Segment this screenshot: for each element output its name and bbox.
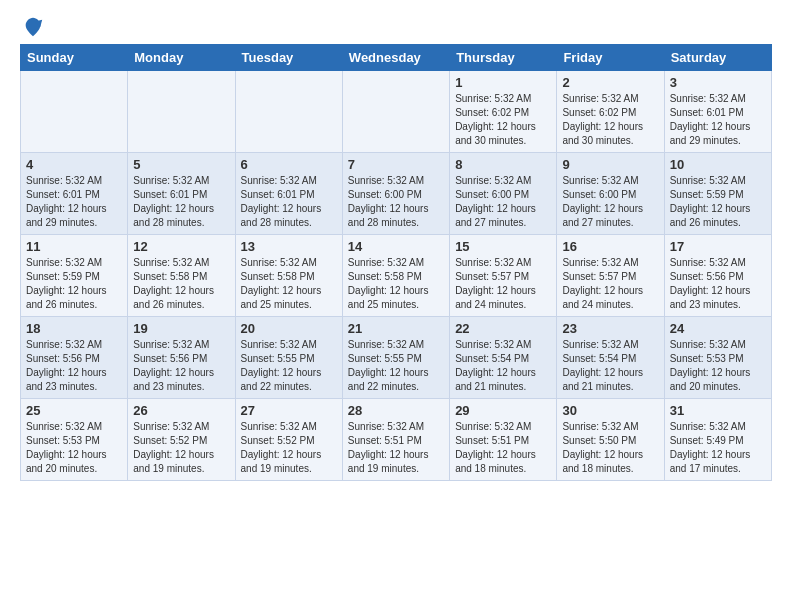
page-header [20, 16, 772, 38]
day-detail: Sunrise: 5:32 AM Sunset: 6:02 PM Dayligh… [562, 92, 658, 148]
day-detail: Sunrise: 5:32 AM Sunset: 5:57 PM Dayligh… [562, 256, 658, 312]
day-number: 28 [348, 403, 444, 418]
day-cell: 31Sunrise: 5:32 AM Sunset: 5:49 PM Dayli… [664, 399, 771, 481]
day-detail: Sunrise: 5:32 AM Sunset: 5:55 PM Dayligh… [241, 338, 337, 394]
day-number: 11 [26, 239, 122, 254]
day-detail: Sunrise: 5:32 AM Sunset: 5:49 PM Dayligh… [670, 420, 766, 476]
day-detail: Sunrise: 5:32 AM Sunset: 5:56 PM Dayligh… [26, 338, 122, 394]
day-detail: Sunrise: 5:32 AM Sunset: 6:00 PM Dayligh… [348, 174, 444, 230]
day-cell [21, 71, 128, 153]
day-cell: 26Sunrise: 5:32 AM Sunset: 5:52 PM Dayli… [128, 399, 235, 481]
day-cell: 24Sunrise: 5:32 AM Sunset: 5:53 PM Dayli… [664, 317, 771, 399]
day-cell: 23Sunrise: 5:32 AM Sunset: 5:54 PM Dayli… [557, 317, 664, 399]
day-detail: Sunrise: 5:32 AM Sunset: 6:01 PM Dayligh… [670, 92, 766, 148]
day-detail: Sunrise: 5:32 AM Sunset: 6:00 PM Dayligh… [455, 174, 551, 230]
day-number: 12 [133, 239, 229, 254]
logo-icon [22, 16, 44, 38]
day-cell: 22Sunrise: 5:32 AM Sunset: 5:54 PM Dayli… [450, 317, 557, 399]
day-detail: Sunrise: 5:32 AM Sunset: 5:58 PM Dayligh… [241, 256, 337, 312]
day-cell: 19Sunrise: 5:32 AM Sunset: 5:56 PM Dayli… [128, 317, 235, 399]
col-header-saturday: Saturday [664, 45, 771, 71]
day-number: 18 [26, 321, 122, 336]
day-number: 8 [455, 157, 551, 172]
day-number: 17 [670, 239, 766, 254]
day-cell: 8Sunrise: 5:32 AM Sunset: 6:00 PM Daylig… [450, 153, 557, 235]
day-number: 20 [241, 321, 337, 336]
day-number: 31 [670, 403, 766, 418]
day-detail: Sunrise: 5:32 AM Sunset: 6:00 PM Dayligh… [562, 174, 658, 230]
day-number: 30 [562, 403, 658, 418]
day-detail: Sunrise: 5:32 AM Sunset: 5:51 PM Dayligh… [455, 420, 551, 476]
day-detail: Sunrise: 5:32 AM Sunset: 5:53 PM Dayligh… [26, 420, 122, 476]
logo [20, 16, 44, 38]
day-cell [128, 71, 235, 153]
col-header-wednesday: Wednesday [342, 45, 449, 71]
day-number: 23 [562, 321, 658, 336]
day-number: 27 [241, 403, 337, 418]
day-detail: Sunrise: 5:32 AM Sunset: 5:50 PM Dayligh… [562, 420, 658, 476]
day-number: 22 [455, 321, 551, 336]
day-detail: Sunrise: 5:32 AM Sunset: 6:01 PM Dayligh… [241, 174, 337, 230]
col-header-sunday: Sunday [21, 45, 128, 71]
day-detail: Sunrise: 5:32 AM Sunset: 6:01 PM Dayligh… [26, 174, 122, 230]
day-cell: 13Sunrise: 5:32 AM Sunset: 5:58 PM Dayli… [235, 235, 342, 317]
day-cell: 29Sunrise: 5:32 AM Sunset: 5:51 PM Dayli… [450, 399, 557, 481]
day-number: 6 [241, 157, 337, 172]
day-detail: Sunrise: 5:32 AM Sunset: 5:57 PM Dayligh… [455, 256, 551, 312]
day-number: 3 [670, 75, 766, 90]
day-cell: 30Sunrise: 5:32 AM Sunset: 5:50 PM Dayli… [557, 399, 664, 481]
day-cell: 14Sunrise: 5:32 AM Sunset: 5:58 PM Dayli… [342, 235, 449, 317]
day-cell: 7Sunrise: 5:32 AM Sunset: 6:00 PM Daylig… [342, 153, 449, 235]
day-cell: 1Sunrise: 5:32 AM Sunset: 6:02 PM Daylig… [450, 71, 557, 153]
day-detail: Sunrise: 5:32 AM Sunset: 5:59 PM Dayligh… [670, 174, 766, 230]
day-number: 7 [348, 157, 444, 172]
day-detail: Sunrise: 5:32 AM Sunset: 5:52 PM Dayligh… [241, 420, 337, 476]
day-cell: 4Sunrise: 5:32 AM Sunset: 6:01 PM Daylig… [21, 153, 128, 235]
week-row-3: 11Sunrise: 5:32 AM Sunset: 5:59 PM Dayli… [21, 235, 772, 317]
day-detail: Sunrise: 5:32 AM Sunset: 6:02 PM Dayligh… [455, 92, 551, 148]
day-cell: 5Sunrise: 5:32 AM Sunset: 6:01 PM Daylig… [128, 153, 235, 235]
day-cell: 9Sunrise: 5:32 AM Sunset: 6:00 PM Daylig… [557, 153, 664, 235]
day-number: 5 [133, 157, 229, 172]
day-cell: 12Sunrise: 5:32 AM Sunset: 5:58 PM Dayli… [128, 235, 235, 317]
day-detail: Sunrise: 5:32 AM Sunset: 5:55 PM Dayligh… [348, 338, 444, 394]
day-detail: Sunrise: 5:32 AM Sunset: 5:53 PM Dayligh… [670, 338, 766, 394]
col-header-monday: Monday [128, 45, 235, 71]
day-cell: 3Sunrise: 5:32 AM Sunset: 6:01 PM Daylig… [664, 71, 771, 153]
logo-text [20, 16, 44, 38]
week-row-5: 25Sunrise: 5:32 AM Sunset: 5:53 PM Dayli… [21, 399, 772, 481]
day-number: 25 [26, 403, 122, 418]
calendar-table: SundayMondayTuesdayWednesdayThursdayFrid… [20, 44, 772, 481]
day-number: 2 [562, 75, 658, 90]
day-number: 16 [562, 239, 658, 254]
day-number: 15 [455, 239, 551, 254]
day-number: 19 [133, 321, 229, 336]
day-detail: Sunrise: 5:32 AM Sunset: 5:51 PM Dayligh… [348, 420, 444, 476]
day-cell: 18Sunrise: 5:32 AM Sunset: 5:56 PM Dayli… [21, 317, 128, 399]
day-cell: 15Sunrise: 5:32 AM Sunset: 5:57 PM Dayli… [450, 235, 557, 317]
day-detail: Sunrise: 5:32 AM Sunset: 6:01 PM Dayligh… [133, 174, 229, 230]
day-number: 24 [670, 321, 766, 336]
week-row-4: 18Sunrise: 5:32 AM Sunset: 5:56 PM Dayli… [21, 317, 772, 399]
day-number: 9 [562, 157, 658, 172]
week-row-2: 4Sunrise: 5:32 AM Sunset: 6:01 PM Daylig… [21, 153, 772, 235]
col-header-tuesday: Tuesday [235, 45, 342, 71]
day-cell: 17Sunrise: 5:32 AM Sunset: 5:56 PM Dayli… [664, 235, 771, 317]
col-header-friday: Friday [557, 45, 664, 71]
day-number: 4 [26, 157, 122, 172]
day-cell: 27Sunrise: 5:32 AM Sunset: 5:52 PM Dayli… [235, 399, 342, 481]
day-number: 1 [455, 75, 551, 90]
day-number: 14 [348, 239, 444, 254]
day-detail: Sunrise: 5:32 AM Sunset: 5:56 PM Dayligh… [670, 256, 766, 312]
day-cell: 10Sunrise: 5:32 AM Sunset: 5:59 PM Dayli… [664, 153, 771, 235]
day-detail: Sunrise: 5:32 AM Sunset: 5:59 PM Dayligh… [26, 256, 122, 312]
day-number: 13 [241, 239, 337, 254]
day-cell: 6Sunrise: 5:32 AM Sunset: 6:01 PM Daylig… [235, 153, 342, 235]
header-row: SundayMondayTuesdayWednesdayThursdayFrid… [21, 45, 772, 71]
day-detail: Sunrise: 5:32 AM Sunset: 5:58 PM Dayligh… [348, 256, 444, 312]
day-number: 29 [455, 403, 551, 418]
page-container: SundayMondayTuesdayWednesdayThursdayFrid… [0, 0, 792, 497]
day-cell: 21Sunrise: 5:32 AM Sunset: 5:55 PM Dayli… [342, 317, 449, 399]
day-cell: 2Sunrise: 5:32 AM Sunset: 6:02 PM Daylig… [557, 71, 664, 153]
day-detail: Sunrise: 5:32 AM Sunset: 5:58 PM Dayligh… [133, 256, 229, 312]
